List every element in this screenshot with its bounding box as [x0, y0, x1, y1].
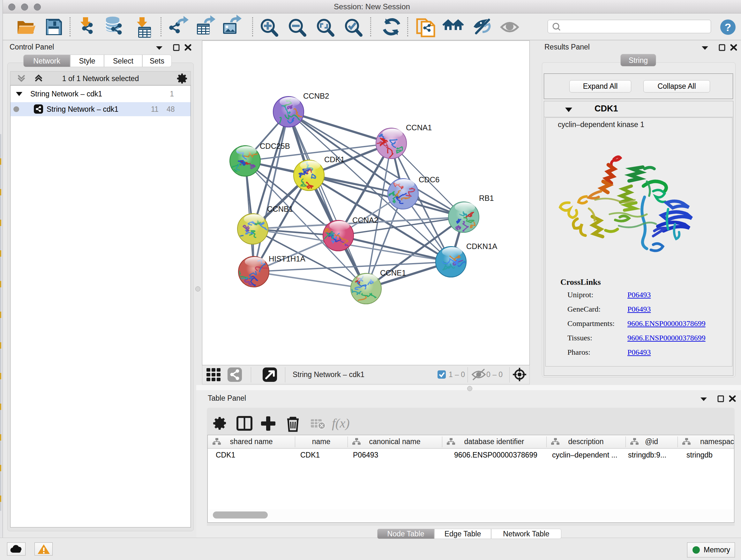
svg-text:CDK1: CDK1 — [324, 155, 345, 164]
svg-text:CCNE1: CCNE1 — [380, 268, 406, 277]
svg-text:HIST1H1A: HIST1H1A — [269, 254, 306, 263]
svg-text:CCNB1: CCNB1 — [267, 205, 293, 213]
svg-text:CCNA1: CCNA1 — [406, 123, 432, 132]
svg-text:f(x): f(x) — [332, 416, 350, 430]
svg-text:CDKN1A: CDKN1A — [466, 242, 497, 251]
svg-text:RB1: RB1 — [479, 194, 494, 202]
svg-text:CDC6: CDC6 — [419, 175, 440, 184]
svg-text:?: ? — [725, 21, 731, 33]
svg-text:CCNB2: CCNB2 — [303, 91, 329, 100]
svg-text:CDC25B: CDC25B — [260, 142, 290, 150]
svg-text:CCNA2: CCNA2 — [352, 216, 378, 225]
